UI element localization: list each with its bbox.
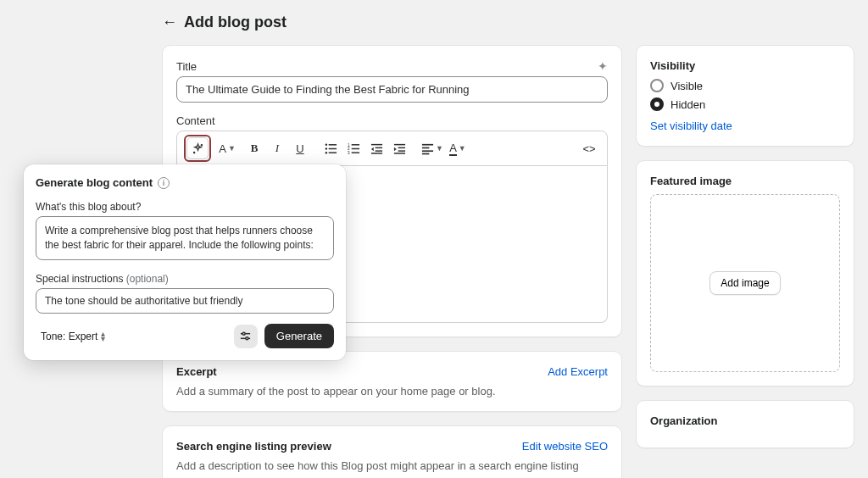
title-input[interactable] bbox=[176, 76, 608, 103]
featured-image-dropzone[interactable]: Add image bbox=[650, 194, 840, 372]
tone-dropdown[interactable]: Tone: Expert ▴▾ bbox=[36, 327, 110, 346]
svg-rect-17 bbox=[370, 153, 381, 154]
updown-icon: ▴▾ bbox=[101, 331, 105, 342]
popover-settings-button[interactable] bbox=[234, 325, 258, 348]
visibility-card: Visibility Visible Hidden Set visibility… bbox=[636, 45, 854, 147]
visibility-heading: Visibility bbox=[650, 59, 840, 72]
svg-rect-24 bbox=[422, 150, 433, 152]
visibility-visible-label: Visible bbox=[670, 80, 703, 92]
svg-rect-20 bbox=[398, 150, 404, 152]
ai-sparkle-icon[interactable]: ✦ bbox=[598, 59, 608, 73]
indent-button[interactable] bbox=[388, 137, 410, 159]
svg-point-4 bbox=[325, 147, 326, 149]
excerpt-description: Add a summary of the post to appear on y… bbox=[176, 385, 608, 397]
svg-point-1 bbox=[193, 152, 194, 153]
set-visibility-date-link[interactable]: Set visibility date bbox=[650, 119, 840, 132]
excerpt-title: Excerpt bbox=[176, 365, 217, 378]
svg-rect-3 bbox=[328, 144, 336, 146]
radio-unselected-icon bbox=[650, 79, 664, 92]
svg-rect-22 bbox=[422, 143, 433, 145]
seo-description: Add a description to see how this Blog p… bbox=[176, 459, 608, 472]
bulleted-list-button[interactable] bbox=[320, 137, 342, 159]
visibility-hidden-label: Hidden bbox=[670, 98, 705, 111]
organization-heading: Organization bbox=[650, 414, 840, 427]
svg-rect-13 bbox=[351, 152, 359, 153]
info-icon[interactable]: i bbox=[158, 177, 170, 189]
editor-toolbar: A▼ B I U 123 bbox=[176, 131, 608, 166]
visibility-hidden-option[interactable]: Hidden bbox=[650, 97, 840, 111]
svg-rect-15 bbox=[375, 147, 381, 148]
radio-selected-icon bbox=[650, 97, 664, 111]
visibility-visible-option[interactable]: Visible bbox=[650, 79, 840, 92]
align-dropdown[interactable]: ▼ bbox=[419, 137, 446, 159]
ai-generate-button[interactable] bbox=[186, 137, 209, 159]
text-color-dropdown[interactable]: A▼ bbox=[447, 137, 469, 159]
svg-rect-9 bbox=[351, 144, 359, 146]
seo-title: Search engine listing preview bbox=[176, 440, 331, 453]
back-arrow-icon[interactable]: ← bbox=[162, 14, 177, 31]
svg-rect-23 bbox=[422, 147, 429, 148]
featured-image-heading: Featured image bbox=[650, 175, 840, 187]
instructions-input[interactable] bbox=[36, 288, 334, 314]
italic-button[interactable]: I bbox=[266, 137, 288, 159]
source-code-button[interactable]: <> bbox=[578, 137, 600, 159]
featured-image-card: Featured image Add image bbox=[636, 160, 854, 386]
seo-card: Search engine listing preview Edit websi… bbox=[162, 425, 622, 478]
tone-label: Tone: Expert bbox=[41, 331, 97, 342]
organization-card: Organization bbox=[636, 400, 854, 448]
svg-point-27 bbox=[242, 332, 245, 335]
svg-rect-18 bbox=[393, 143, 404, 145]
page-title: Add blog post bbox=[184, 14, 287, 31]
svg-rect-25 bbox=[422, 153, 429, 154]
popover-title: Generate blog content bbox=[36, 176, 153, 189]
svg-rect-21 bbox=[393, 153, 404, 154]
content-label: Content bbox=[176, 114, 215, 127]
svg-point-0 bbox=[201, 144, 202, 145]
svg-point-6 bbox=[325, 151, 326, 153]
numbered-list-button[interactable]: 123 bbox=[342, 137, 364, 159]
about-label: What's this blog about? bbox=[36, 201, 334, 213]
svg-rect-16 bbox=[375, 150, 381, 152]
svg-rect-19 bbox=[398, 147, 404, 148]
svg-point-29 bbox=[246, 337, 248, 340]
add-image-button[interactable]: Add image bbox=[709, 271, 780, 295]
add-excerpt-link[interactable]: Add Excerpt bbox=[548, 365, 608, 378]
instructions-label: Special instructions bbox=[36, 273, 126, 285]
instructions-optional: (optional) bbox=[126, 273, 169, 285]
generate-button[interactable]: Generate bbox=[264, 324, 334, 348]
svg-rect-11 bbox=[351, 147, 359, 149]
outdent-button[interactable] bbox=[365, 137, 387, 159]
svg-rect-7 bbox=[328, 152, 336, 153]
edit-seo-link[interactable]: Edit website SEO bbox=[522, 440, 608, 453]
generate-content-popover: Generate blog content i What's this blog… bbox=[24, 164, 346, 360]
svg-text:3: 3 bbox=[348, 151, 350, 155]
title-label: Title bbox=[176, 60, 197, 73]
ai-generate-highlight bbox=[184, 135, 211, 162]
svg-point-2 bbox=[325, 143, 326, 145]
heading-dropdown[interactable]: A▼ bbox=[216, 137, 238, 159]
svg-rect-14 bbox=[370, 143, 381, 145]
about-textarea[interactable] bbox=[36, 216, 334, 260]
svg-rect-5 bbox=[328, 147, 336, 149]
bold-button[interactable]: B bbox=[243, 137, 265, 159]
underline-button[interactable]: U bbox=[289, 137, 311, 159]
